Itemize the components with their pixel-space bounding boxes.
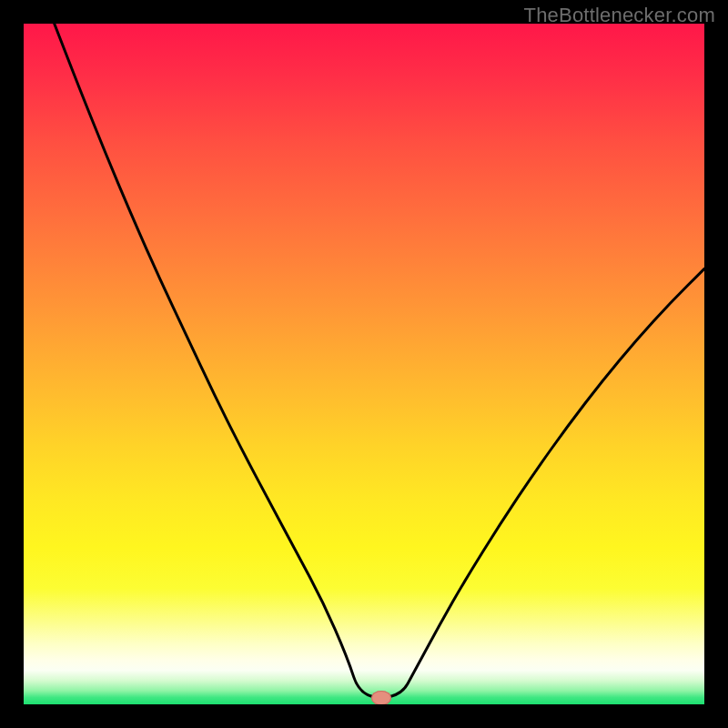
chart-frame: TheBottlenecker.com <box>0 0 728 728</box>
watermark-text: TheBottlenecker.com <box>524 4 715 27</box>
optimum-marker <box>371 691 391 704</box>
plot-area <box>24 24 704 704</box>
curve-path <box>55 24 704 698</box>
bottleneck-curve <box>24 24 704 704</box>
